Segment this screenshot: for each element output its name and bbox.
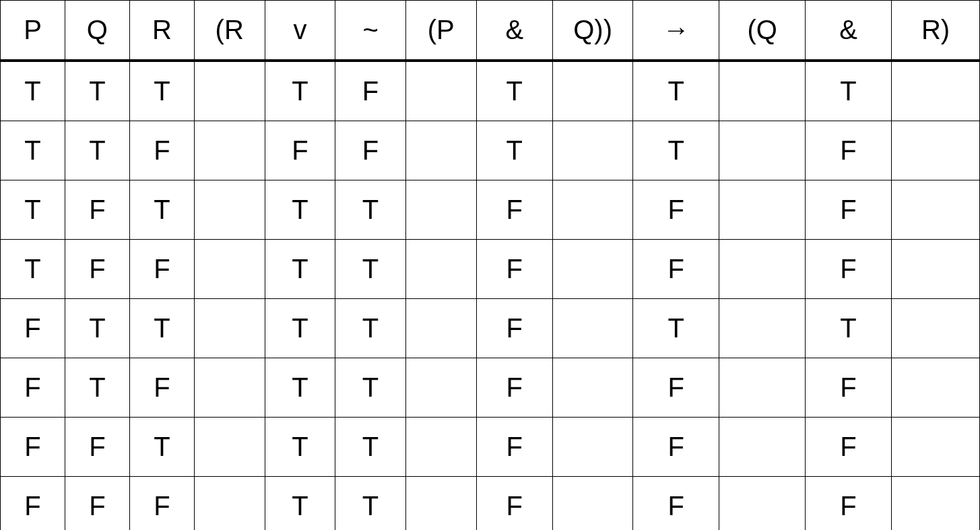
cell: T [335,358,406,418]
cell: F [806,418,892,477]
cell: T [265,61,335,121]
cell: F [129,358,194,418]
cell [892,477,980,531]
table-row: T F F T T F F F [1,240,980,299]
col-header-not: ~ [335,1,406,61]
cell [405,358,476,418]
cell [194,358,265,418]
cell: F [633,418,719,477]
cell [719,61,806,121]
cell: F [633,180,719,240]
cell: F [1,358,65,418]
cell [892,180,980,240]
cell [405,61,476,121]
col-header-q-close: Q)) [553,1,633,61]
table-row: F T F T T F F F [1,358,980,418]
cell: F [335,61,406,121]
cell: T [129,299,194,358]
cell [194,477,265,531]
cell: F [1,418,65,477]
cell: T [65,121,129,180]
cell [405,299,476,358]
cell [719,240,806,299]
cell [194,121,265,180]
cell: T [335,180,406,240]
cell: F [265,121,335,180]
cell: F [65,180,129,240]
table-header-row: P Q R (R v ~ (P & Q)) → (Q & R) [1,1,980,61]
col-header-and-1: & [476,1,552,61]
cell: F [806,180,892,240]
cell: T [129,61,194,121]
col-header-p: P [1,1,65,61]
cell: T [129,180,194,240]
cell [719,299,806,358]
cell: T [633,61,719,121]
cell [553,61,633,121]
cell: F [1,299,65,358]
cell [719,121,806,180]
cell: T [335,477,406,531]
cell: F [633,358,719,418]
cell: T [335,418,406,477]
cell [553,180,633,240]
cell: T [1,180,65,240]
cell [719,418,806,477]
truth-table: P Q R (R v ~ (P & Q)) → (Q & R) T T T T … [0,0,980,530]
cell: T [265,477,335,531]
cell: F [476,180,552,240]
col-header-q: Q [65,1,129,61]
cell [553,121,633,180]
cell [719,477,806,531]
cell [194,418,265,477]
cell: F [65,240,129,299]
cell [553,418,633,477]
cell: F [633,240,719,299]
cell: T [633,299,719,358]
col-header-open-p: (P [405,1,476,61]
table-row: T T T T F T T T [1,61,980,121]
cell [405,418,476,477]
cell [405,121,476,180]
cell: T [476,121,552,180]
cell [553,477,633,531]
cell: T [265,299,335,358]
col-header-open-q: (Q [719,1,806,61]
cell [892,358,980,418]
col-header-and-2: & [806,1,892,61]
cell: T [633,121,719,180]
cell: T [806,299,892,358]
cell: F [129,121,194,180]
cell: T [265,358,335,418]
cell: T [265,418,335,477]
cell [405,180,476,240]
cell: T [65,299,129,358]
cell: T [265,240,335,299]
cell: F [476,240,552,299]
cell [405,477,476,531]
cell: F [1,477,65,531]
col-header-r-close: R) [892,1,980,61]
table-row: F T T T T F T T [1,299,980,358]
cell: T [1,240,65,299]
cell: F [476,299,552,358]
cell [553,240,633,299]
cell: F [65,477,129,531]
cell [892,61,980,121]
cell: T [1,121,65,180]
cell: F [129,477,194,531]
cell: F [476,418,552,477]
cell: F [633,477,719,531]
col-header-or: v [265,1,335,61]
cell [892,240,980,299]
cell: T [335,299,406,358]
cell: F [129,240,194,299]
cell [892,121,980,180]
table-row: F F F T T F F F [1,477,980,531]
cell: F [806,358,892,418]
cell: T [806,61,892,121]
cell [892,299,980,358]
cell: T [1,61,65,121]
cell: T [65,358,129,418]
table-row: T F T T T F F F [1,180,980,240]
